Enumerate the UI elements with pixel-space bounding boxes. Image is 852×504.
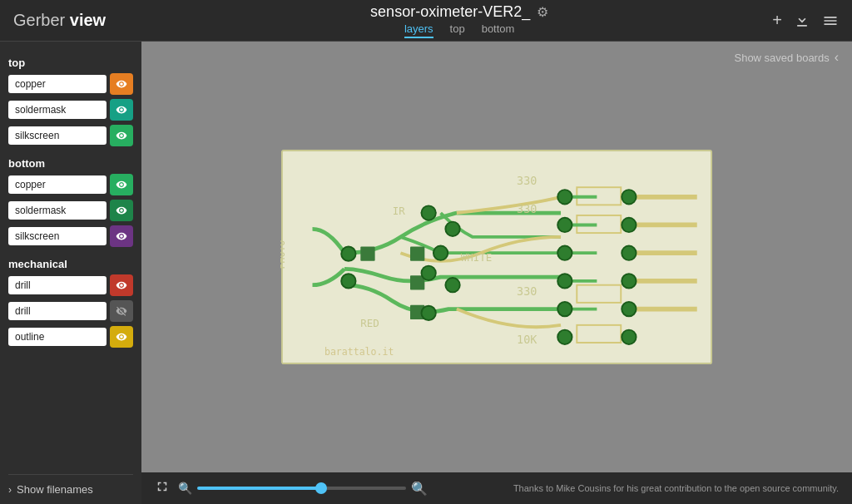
group-label-top: top: [8, 57, 133, 69]
header-actions: +: [772, 11, 839, 30]
svg-text:barattalo.it: barattalo.it: [324, 346, 394, 358]
svg-point-33: [622, 330, 636, 344]
layer-name: copper: [8, 175, 106, 194]
layer-row-mech-outline: outline: [8, 326, 133, 348]
brand-bold: view: [70, 11, 106, 29]
svg-point-14: [341, 246, 355, 260]
svg-point-17: [445, 222, 459, 236]
zoom-slider[interactable]: [197, 487, 406, 490]
show-saved-boards-label: Show saved boards: [734, 52, 829, 64]
layer-name: soldermask: [8, 101, 106, 119]
layer-name: silkscreen: [8, 126, 106, 145]
tab-bottom[interactable]: bottom: [482, 22, 515, 38]
svg-point-27: [557, 330, 572, 344]
group-label-mechanical: mechanical: [8, 258, 133, 270]
visibility-btn-top-copper[interactable]: [110, 73, 133, 95]
layer-row-mech-drill1: drill: [8, 274, 133, 296]
sidebar-footer: › Show filenames: [8, 474, 133, 496]
pcb-board: 330 330 330 10K WHITE IR PHOTO RED IR R …: [280, 149, 713, 365]
status-text: Thanks to Mike Cousins for his great con…: [436, 483, 839, 493]
layer-row-bottom-silkscreen: silkscreen: [8, 225, 133, 247]
svg-point-28: [622, 190, 636, 204]
svg-point-22: [557, 190, 572, 204]
main-layout: top copper soldermask silkscreen bottom …: [0, 42, 852, 504]
visibility-btn-bottom-copper[interactable]: [110, 174, 133, 195]
chevron-left-icon: ‹: [835, 50, 839, 65]
svg-text:IR: IR: [393, 205, 406, 217]
visibility-btn-bottom-soldermask[interactable]: [110, 200, 133, 221]
layer-row-top-copper: copper: [8, 73, 133, 95]
svg-point-29: [622, 218, 636, 232]
layer-row-bottom-soldermask: soldermask: [8, 200, 133, 221]
sidebar: top copper soldermask silkscreen bottom …: [0, 42, 141, 504]
svg-point-31: [622, 274, 636, 288]
visibility-btn-drill2[interactable]: [110, 300, 133, 322]
svg-point-16: [421, 205, 435, 220]
group-label-bottom: bottom: [8, 157, 133, 170]
svg-text:330: 330: [517, 174, 537, 187]
svg-text:PHOTO: PHOTO: [280, 240, 287, 269]
svg-point-30: [622, 246, 636, 260]
pcb-container: 330 330 330 10K WHITE IR PHOTO RED IR R …: [141, 42, 852, 472]
bottom-bar: 🔍 🔍 Thanks to Mike Cousins for his great…: [141, 472, 852, 504]
show-filenames-button[interactable]: › Show filenames: [8, 483, 93, 496]
svg-point-23: [557, 218, 572, 232]
svg-point-15: [341, 274, 355, 288]
settings-button[interactable]: [822, 12, 839, 29]
svg-text:RED: RED: [360, 317, 379, 329]
svg-text:330: 330: [517, 202, 537, 215]
right-panel-hint[interactable]: Show saved boards ‹: [734, 50, 839, 65]
svg-text:10K: 10K: [517, 333, 537, 346]
header: Gerber view sensor-oximeter-VER2_ ⚙ laye…: [0, 0, 852, 42]
expand-button[interactable]: [155, 479, 170, 498]
layer-name: copper: [8, 75, 106, 93]
canvas-area: Show saved boards ‹: [141, 42, 852, 504]
layer-row-bottom-copper: copper: [8, 174, 133, 195]
project-title: sensor-oximeter-VER2_: [370, 3, 530, 21]
svg-point-26: [557, 302, 572, 316]
svg-point-24: [557, 246, 572, 260]
svg-rect-10: [410, 246, 424, 260]
layer-name: soldermask: [8, 201, 106, 220]
visibility-btn-outline[interactable]: [110, 326, 133, 348]
svg-point-19: [445, 278, 459, 292]
header-tabs: layers top bottom: [404, 22, 515, 38]
brand-normal: Gerber: [13, 11, 70, 29]
visibility-btn-top-soldermask[interactable]: [110, 99, 133, 121]
svg-point-21: [421, 306, 435, 320]
tab-layers[interactable]: layers: [404, 22, 433, 38]
layer-row-top-silkscreen: silkscreen: [8, 125, 133, 146]
svg-point-18: [421, 266, 435, 280]
tab-top[interactable]: top: [450, 22, 465, 38]
layer-name-outline: outline: [8, 328, 106, 346]
layer-row-top-soldermask: soldermask: [8, 99, 133, 121]
layer-name: silkscreen: [8, 227, 106, 245]
svg-point-20: [433, 246, 448, 260]
visibility-btn-bottom-silkscreen[interactable]: [110, 225, 133, 247]
show-filenames-label: Show filenames: [17, 483, 93, 496]
layer-row-mech-drill2: drill: [8, 300, 133, 322]
svg-text:WHITE: WHITE: [461, 251, 493, 264]
svg-text:330: 330: [517, 284, 537, 298]
svg-point-32: [622, 302, 636, 316]
zoom-bar: 🔍 🔍: [178, 481, 428, 497]
brand: Gerber view: [13, 11, 146, 30]
add-button[interactable]: +: [772, 11, 782, 30]
zoom-in-icon: 🔍: [411, 481, 428, 497]
layer-name: drill: [8, 302, 106, 320]
header-center: sensor-oximeter-VER2_ ⚙ layers top botto…: [146, 3, 772, 38]
visibility-btn-drill1[interactable]: [110, 274, 133, 296]
header-title: sensor-oximeter-VER2_ ⚙: [370, 3, 548, 21]
visibility-btn-top-silkscreen[interactable]: [110, 125, 133, 146]
svg-rect-13: [360, 246, 374, 260]
zoom-out-icon: 🔍: [178, 482, 192, 495]
svg-point-25: [557, 274, 572, 288]
layer-name: drill: [8, 276, 106, 294]
download-button[interactable]: [794, 12, 810, 29]
chevron-right-icon: ›: [8, 484, 12, 496]
gear-icon[interactable]: ⚙: [537, 4, 548, 20]
